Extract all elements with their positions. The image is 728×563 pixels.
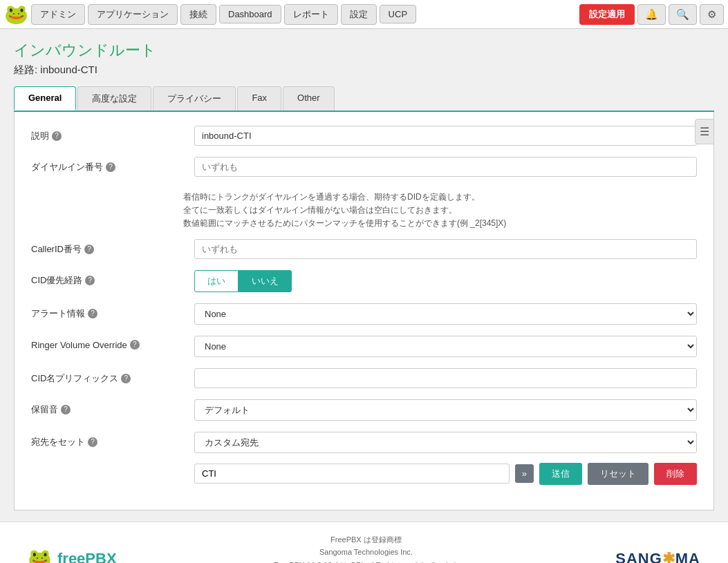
- page-footer: 🐸 freePBX FreePBX は登録商標 Sangoma Technolo…: [0, 522, 728, 563]
- dialin-info-3: 数値範囲にマッチさせるためにパターンマッチを使用することができます(例 _2[3…: [183, 217, 697, 230]
- cid-priority-help-icon[interactable]: ?: [85, 276, 95, 285]
- tab-advanced[interactable]: 高度な設定: [77, 86, 151, 111]
- destination-help-icon[interactable]: ?: [88, 437, 97, 447]
- footer-center: FreePBX は登録商標 Sangoma Technologies Inc. …: [274, 533, 458, 563]
- tab-general[interactable]: General: [14, 86, 76, 111]
- notification-icon[interactable]: 🔔: [637, 4, 666, 25]
- footer-trademark: FreePBX は登録商標: [274, 533, 458, 546]
- ringer-row: Ringer Volume Override ? None: [31, 336, 697, 357]
- cid-prefix-input[interactable]: [194, 368, 697, 388]
- alert-help-icon[interactable]: ?: [88, 309, 97, 318]
- nav-connect[interactable]: 接続: [180, 4, 216, 25]
- nav-admin[interactable]: アドミン: [31, 4, 85, 25]
- description-input[interactable]: [194, 126, 697, 146]
- destination-row: 宛先をセット ? カスタム宛先 » 送信 リセット 削除: [31, 432, 697, 485]
- form-actions: » 送信 リセット 削除: [194, 463, 697, 485]
- cid-priority-label: CID優先経路 ?: [31, 270, 183, 287]
- page-title: インバウンドルート: [14, 40, 714, 61]
- freepbx-frog-icon: 🐸: [28, 547, 52, 563]
- callerid-row: CallerID番号 ?: [31, 239, 697, 259]
- description-row: 説明 ?: [31, 126, 697, 146]
- delete-button[interactable]: 削除: [654, 463, 697, 485]
- music-label: 保留音 ?: [31, 399, 183, 416]
- destination-select[interactable]: カスタム宛先: [194, 432, 697, 453]
- tab-fax[interactable]: Fax: [237, 86, 281, 111]
- dialin-info-2: 全てに一致若しくはダイヤルイン情報がない場合は空白にしておきます。: [183, 204, 697, 217]
- search-icon[interactable]: 🔍: [669, 4, 697, 25]
- sangoma-star-icon: ✱: [662, 550, 675, 563]
- expand-button[interactable]: »: [515, 464, 534, 483]
- dialin-label: ダイヤルイン番号 ?: [31, 157, 183, 173]
- cid-no-button[interactable]: いいえ: [239, 270, 292, 292]
- tab-privacy[interactable]: プライバシー: [153, 86, 236, 111]
- dialin-info-1: 着信時にトランクがダイヤルインを通過する場合、期待するDIDを定義します。: [183, 191, 697, 204]
- cid-priority-toggle: はい いいえ: [194, 270, 292, 292]
- ringer-label: Ringer Volume Override ?: [31, 336, 183, 350]
- top-navigation: 🐸 アドミン アプリケーション 接続 Dashboard レポート 設定 UCP…: [0, 0, 728, 29]
- reset-button[interactable]: リセット: [588, 463, 648, 485]
- nav-reports[interactable]: レポート: [284, 4, 338, 25]
- footer-version: FreePBX 14.0.16.4 は GPL でライセンスされています: [274, 559, 458, 563]
- dialin-info: 着信時にトランクがダイヤルインを通過する場合、期待するDIDを定義します。 全て…: [31, 188, 697, 233]
- page-subtitle: 経路: inbound-CTI: [14, 64, 714, 77]
- ringer-select[interactable]: None: [194, 336, 697, 357]
- dialin-row: ダイヤルイン番号 ?: [31, 157, 697, 177]
- destination-label: 宛先をセット ?: [31, 432, 183, 448]
- description-label: 説明 ?: [31, 126, 183, 142]
- tab-bar: General 高度な設定 プライバシー Fax Other: [14, 86, 714, 112]
- sangoma-text: SANG✱MA: [615, 550, 700, 563]
- nav-ucp[interactable]: UCP: [380, 5, 416, 23]
- logo-icon: 🐸: [4, 3, 28, 26]
- music-select[interactable]: デフォルト: [194, 399, 697, 421]
- panel-menu-icon[interactable]: ☰: [695, 119, 714, 144]
- alert-select[interactable]: None: [194, 303, 697, 325]
- freepbx-text: freePBX: [57, 550, 117, 563]
- dialin-help-icon[interactable]: ?: [106, 162, 115, 172]
- cid-prefix-row: CID名プリフィックス ?: [31, 368, 697, 388]
- tab-other[interactable]: Other: [283, 86, 335, 111]
- cid-yes-button[interactable]: はい: [194, 270, 239, 292]
- cid-prefix-label: CID名プリフィックス ?: [31, 368, 183, 385]
- music-help-icon[interactable]: ?: [61, 405, 71, 414]
- alert-label: アラート情報 ?: [31, 303, 183, 320]
- alert-row: アラート情報 ? None: [31, 303, 697, 325]
- description-help-icon[interactable]: ?: [52, 131, 62, 141]
- nav-applications[interactable]: アプリケーション: [88, 4, 178, 25]
- callerid-label: CallerID番号 ?: [31, 239, 183, 256]
- settings-icon[interactable]: ⚙: [700, 4, 724, 25]
- destination-value-input[interactable]: [194, 464, 510, 484]
- nav-settings[interactable]: 設定: [341, 4, 377, 25]
- cid-prefix-help-icon[interactable]: ?: [121, 374, 131, 383]
- cid-priority-row: CID優先経路 ? はい いいえ: [31, 270, 697, 292]
- dialin-input[interactable]: [194, 157, 697, 177]
- submit-button[interactable]: 送信: [539, 463, 582, 485]
- page-content: インバウンドルート 経路: inbound-CTI General 高度な設定 …: [0, 29, 728, 522]
- callerid-input[interactable]: [194, 239, 697, 259]
- music-row: 保留音 ? デフォルト: [31, 399, 697, 421]
- form-panel: ☰ 説明 ? ダイヤルイン番号 ? 着信時にトランクがダイヤルインを通過する場合…: [14, 112, 714, 510]
- sangoma-logo: SANG✱MA: [615, 550, 700, 563]
- nav-dashboard[interactable]: Dashboard: [219, 5, 281, 23]
- apply-config-button[interactable]: 設定適用: [579, 4, 635, 25]
- freepbx-logo: 🐸 freePBX: [28, 547, 117, 563]
- footer-company: Sangoma Technologies Inc.: [274, 546, 458, 559]
- ringer-help-icon[interactable]: ?: [130, 340, 140, 350]
- callerid-help-icon[interactable]: ?: [84, 245, 94, 254]
